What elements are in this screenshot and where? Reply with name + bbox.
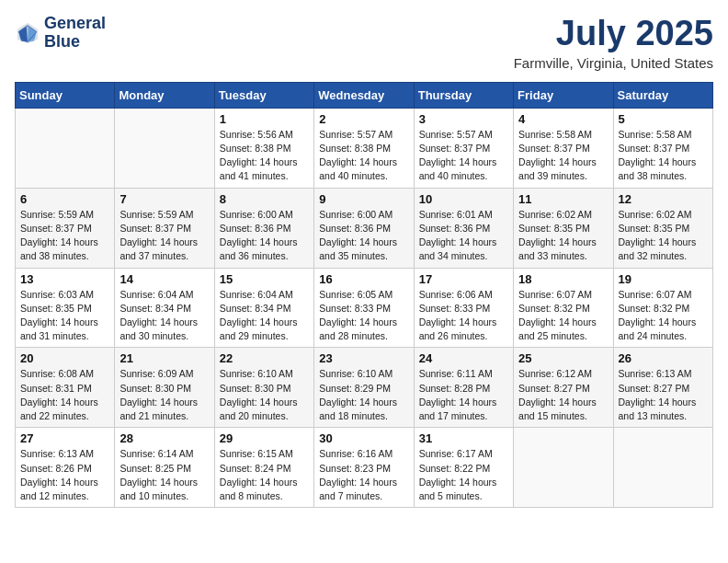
- calendar-day-cell: [16, 108, 115, 188]
- day-number: 30: [319, 431, 408, 445]
- weekday-header-thursday: Thursday: [414, 82, 513, 108]
- day-info: Sunrise: 6:10 AMSunset: 8:30 PMDaylight:…: [220, 367, 309, 423]
- weekday-header-monday: Monday: [115, 82, 214, 108]
- weekday-header-row: SundayMondayTuesdayWednesdayThursdayFrid…: [16, 82, 713, 108]
- day-number: 23: [319, 351, 408, 365]
- day-info: Sunrise: 6:02 AMSunset: 8:35 PMDaylight:…: [518, 208, 608, 264]
- logo-text: General Blue: [44, 15, 106, 52]
- day-info: Sunrise: 6:00 AMSunset: 8:36 PMDaylight:…: [220, 208, 309, 264]
- calendar-week-row: 27Sunrise: 6:13 AMSunset: 8:26 PMDayligh…: [16, 428, 713, 508]
- calendar-day-cell: 22Sunrise: 6:10 AMSunset: 8:30 PMDayligh…: [214, 348, 313, 428]
- day-number: 21: [119, 351, 209, 365]
- calendar-day-cell: 4Sunrise: 5:58 AMSunset: 8:37 PMDaylight…: [514, 108, 613, 188]
- logo: General Blue: [15, 15, 106, 52]
- calendar-day-cell: 2Sunrise: 5:57 AMSunset: 8:38 PMDaylight…: [314, 108, 414, 188]
- day-info: Sunrise: 6:15 AMSunset: 8:24 PMDaylight:…: [220, 447, 309, 503]
- page-header: General Blue July 2025 Farmville, Virgin…: [15, 15, 713, 71]
- calendar-day-cell: 9Sunrise: 6:00 AMSunset: 8:36 PMDaylight…: [314, 188, 414, 268]
- calendar-day-cell: 6Sunrise: 5:59 AMSunset: 8:37 PMDaylight…: [16, 188, 115, 268]
- calendar-day-cell: 18Sunrise: 6:07 AMSunset: 8:32 PMDayligh…: [514, 268, 613, 348]
- day-info: Sunrise: 6:12 AMSunset: 8:27 PMDaylight:…: [518, 367, 608, 423]
- calendar-day-cell: 24Sunrise: 6:11 AMSunset: 8:28 PMDayligh…: [414, 348, 513, 428]
- calendar-day-cell: 5Sunrise: 5:58 AMSunset: 8:37 PMDaylight…: [613, 108, 712, 188]
- day-info: Sunrise: 6:09 AMSunset: 8:30 PMDaylight:…: [119, 367, 209, 423]
- day-number: 28: [119, 431, 209, 445]
- calendar-day-cell: 13Sunrise: 6:03 AMSunset: 8:35 PMDayligh…: [16, 268, 115, 348]
- day-number: 19: [619, 272, 708, 286]
- calendar-day-cell: 16Sunrise: 6:05 AMSunset: 8:33 PMDayligh…: [314, 268, 414, 348]
- day-info: Sunrise: 6:01 AMSunset: 8:36 PMDaylight:…: [419, 208, 508, 264]
- day-info: Sunrise: 6:04 AMSunset: 8:34 PMDaylight:…: [119, 288, 209, 344]
- title-area: July 2025 Farmville, Virginia, United St…: [514, 15, 713, 71]
- calendar-week-row: 6Sunrise: 5:59 AMSunset: 8:37 PMDaylight…: [16, 188, 713, 268]
- day-info: Sunrise: 5:59 AMSunset: 8:37 PMDaylight:…: [119, 208, 209, 264]
- day-info: Sunrise: 5:59 AMSunset: 8:37 PMDaylight:…: [20, 208, 109, 264]
- weekday-header-wednesday: Wednesday: [314, 82, 414, 108]
- day-number: 12: [619, 192, 708, 206]
- day-number: 29: [220, 431, 309, 445]
- day-info: Sunrise: 5:57 AMSunset: 8:38 PMDaylight:…: [319, 128, 408, 184]
- day-info: Sunrise: 6:13 AMSunset: 8:26 PMDaylight:…: [20, 447, 109, 503]
- day-number: 1: [220, 112, 309, 126]
- calendar-day-cell: 14Sunrise: 6:04 AMSunset: 8:34 PMDayligh…: [115, 268, 214, 348]
- calendar-day-cell: 10Sunrise: 6:01 AMSunset: 8:36 PMDayligh…: [414, 188, 513, 268]
- day-info: Sunrise: 5:58 AMSunset: 8:37 PMDaylight:…: [518, 128, 608, 184]
- calendar-day-cell: 29Sunrise: 6:15 AMSunset: 8:24 PMDayligh…: [214, 428, 313, 508]
- day-info: Sunrise: 6:14 AMSunset: 8:25 PMDaylight:…: [119, 447, 209, 503]
- weekday-header-tuesday: Tuesday: [214, 82, 313, 108]
- calendar-day-cell: [115, 108, 214, 188]
- day-number: 25: [518, 351, 608, 365]
- day-info: Sunrise: 5:57 AMSunset: 8:37 PMDaylight:…: [419, 128, 508, 184]
- calendar-day-cell: [613, 428, 712, 508]
- day-number: 24: [419, 351, 508, 365]
- calendar-day-cell: 17Sunrise: 6:06 AMSunset: 8:33 PMDayligh…: [414, 268, 513, 348]
- calendar-day-cell: 26Sunrise: 6:13 AMSunset: 8:27 PMDayligh…: [613, 348, 712, 428]
- day-info: Sunrise: 6:08 AMSunset: 8:31 PMDaylight:…: [20, 367, 109, 423]
- day-info: Sunrise: 6:17 AMSunset: 8:22 PMDaylight:…: [419, 447, 508, 503]
- month-title: July 2025: [514, 15, 713, 53]
- day-number: 5: [619, 112, 708, 126]
- day-number: 14: [119, 272, 209, 286]
- calendar-day-cell: 15Sunrise: 6:04 AMSunset: 8:34 PMDayligh…: [214, 268, 313, 348]
- day-info: Sunrise: 6:06 AMSunset: 8:33 PMDaylight:…: [419, 288, 508, 344]
- calendar-day-cell: 12Sunrise: 6:02 AMSunset: 8:35 PMDayligh…: [613, 188, 712, 268]
- calendar-day-cell: 11Sunrise: 6:02 AMSunset: 8:35 PMDayligh…: [514, 188, 613, 268]
- calendar-day-cell: 25Sunrise: 6:12 AMSunset: 8:27 PMDayligh…: [514, 348, 613, 428]
- day-info: Sunrise: 6:07 AMSunset: 8:32 PMDaylight:…: [619, 288, 708, 344]
- day-number: 20: [20, 351, 109, 365]
- day-info: Sunrise: 6:16 AMSunset: 8:23 PMDaylight:…: [319, 447, 408, 503]
- day-info: Sunrise: 6:05 AMSunset: 8:33 PMDaylight:…: [319, 288, 408, 344]
- day-info: Sunrise: 6:00 AMSunset: 8:36 PMDaylight:…: [319, 208, 408, 264]
- day-number: 31: [419, 431, 508, 445]
- day-number: 26: [619, 351, 708, 365]
- day-number: 22: [220, 351, 309, 365]
- calendar-day-cell: [514, 428, 613, 508]
- calendar-day-cell: 21Sunrise: 6:09 AMSunset: 8:30 PMDayligh…: [115, 348, 214, 428]
- weekday-header-sunday: Sunday: [16, 82, 115, 108]
- calendar-day-cell: 30Sunrise: 6:16 AMSunset: 8:23 PMDayligh…: [314, 428, 414, 508]
- calendar-day-cell: 23Sunrise: 6:10 AMSunset: 8:29 PMDayligh…: [314, 348, 414, 428]
- day-number: 7: [119, 192, 209, 206]
- day-info: Sunrise: 5:58 AMSunset: 8:37 PMDaylight:…: [619, 128, 708, 184]
- calendar-day-cell: 31Sunrise: 6:17 AMSunset: 8:22 PMDayligh…: [414, 428, 513, 508]
- day-number: 8: [220, 192, 309, 206]
- day-info: Sunrise: 6:02 AMSunset: 8:35 PMDaylight:…: [619, 208, 708, 264]
- day-number: 11: [518, 192, 608, 206]
- day-info: Sunrise: 6:11 AMSunset: 8:28 PMDaylight:…: [419, 367, 508, 423]
- day-info: Sunrise: 5:56 AMSunset: 8:38 PMDaylight:…: [220, 128, 309, 184]
- day-number: 2: [319, 112, 408, 126]
- logo-icon: [15, 20, 40, 46]
- day-info: Sunrise: 6:13 AMSunset: 8:27 PMDaylight:…: [619, 367, 708, 423]
- calendar-day-cell: 27Sunrise: 6:13 AMSunset: 8:26 PMDayligh…: [16, 428, 115, 508]
- day-number: 9: [319, 192, 408, 206]
- calendar-day-cell: 7Sunrise: 5:59 AMSunset: 8:37 PMDaylight…: [115, 188, 214, 268]
- day-number: 13: [20, 272, 109, 286]
- day-number: 10: [419, 192, 508, 206]
- day-number: 6: [20, 192, 109, 206]
- weekday-header-friday: Friday: [514, 82, 613, 108]
- day-number: 3: [419, 112, 508, 126]
- calendar-day-cell: 1Sunrise: 5:56 AMSunset: 8:38 PMDaylight…: [214, 108, 313, 188]
- calendar-week-row: 20Sunrise: 6:08 AMSunset: 8:31 PMDayligh…: [16, 348, 713, 428]
- location: Farmville, Virginia, United States: [514, 55, 713, 71]
- day-number: 4: [518, 112, 608, 126]
